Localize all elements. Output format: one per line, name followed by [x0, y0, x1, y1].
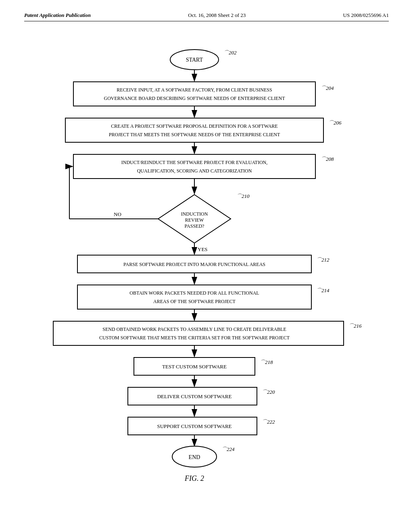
- ref-216: ⌒216: [348, 323, 362, 329]
- svg-rect-3: [73, 82, 315, 106]
- ref-208: ⌒208: [321, 156, 334, 162]
- label-212: PARSE SOFTWARE PROJECT INTO MAJOR FUNCTI…: [123, 262, 265, 267]
- header-right: US 2008/0255696 A1: [343, 12, 389, 19]
- label-210a: INDUCTION: [181, 211, 208, 217]
- header-center: Oct. 16, 2008 Sheet 2 of 23: [188, 12, 246, 19]
- label-214: OBTAIN WORK PACKETS NEEDED FOR ALL FUNCT…: [129, 290, 259, 296]
- ref-222: ⌒222: [262, 419, 275, 425]
- label-216: SEND OBTAINED WORK PACKETS TO ASSEMBLY L…: [102, 326, 286, 332]
- ref-214: ⌒214: [316, 287, 330, 293]
- svg-rect-5: [65, 118, 323, 142]
- ref-224: ⌒224: [221, 446, 235, 452]
- label-222: SUPPORT CUSTOM SOFTWARE: [157, 423, 232, 429]
- label-204b: GOVERNANCE BOARD DESCRIBING SOFTWARE NEE…: [104, 96, 285, 101]
- label-220: DELIVER CUSTOM SOFTWARE: [157, 393, 232, 399]
- ref-212: ⌒212: [316, 257, 330, 263]
- ref-206: ⌒206: [328, 120, 342, 126]
- svg-rect-15: [77, 285, 311, 309]
- label-218: TEST CUSTOM SOFTWARE: [162, 364, 227, 370]
- label-224: END: [189, 454, 200, 460]
- label-216b: CUSTOM SOFTWARE THAT MEETS THE CRITERIA …: [99, 335, 290, 341]
- label-yes: YES: [198, 246, 208, 252]
- page-header: Patent Application Publication Oct. 16, …: [24, 12, 389, 21]
- fig-label: FIG. 2: [184, 474, 204, 482]
- label-210c: PASSED?: [185, 223, 204, 229]
- label-210b: REVIEW: [185, 217, 204, 223]
- label-208: INDUCT/REINDUCT THE SOFTWARE PROJECT FOR…: [121, 160, 267, 165]
- svg-rect-7: [73, 154, 315, 179]
- flowchart-svg: START ⌒202 RECEIVE INPUT, AT A SOFTWARE …: [25, 37, 388, 509]
- page: Patent Application Publication Oct. 16, …: [0, 0, 413, 532]
- label-206: CREATE A PROJECT SOFTWARE PROPOSAL DEFIN…: [111, 123, 277, 129]
- label-208b: QUALIFICATION, SCORING AND CATEGORIZATIO…: [137, 168, 252, 174]
- label-204: RECEIVE INPUT, AT A SOFTWARE FACTORY, FR…: [117, 87, 272, 93]
- flowchart-diagram: START ⌒202 RECEIVE INPUT, AT A SOFTWARE …: [24, 33, 389, 509]
- header-left: Patent Application Publication: [24, 12, 91, 19]
- label-214b: AREAS OF THE SOFTWARE PROJECT: [153, 299, 236, 304]
- ref-202: ⌒202: [223, 50, 237, 56]
- ref-204: ⌒204: [321, 85, 334, 91]
- label-no: NO: [114, 211, 121, 217]
- ref-218: ⌒218: [260, 359, 273, 365]
- label-202: START: [186, 57, 203, 63]
- ref-210: ⌒210: [236, 193, 250, 199]
- svg-rect-17: [53, 321, 344, 345]
- ref-220: ⌒220: [262, 389, 275, 395]
- label-206b: PROJECT THAT MEETS THE SOFTWARE NEEDS OF…: [109, 132, 280, 137]
